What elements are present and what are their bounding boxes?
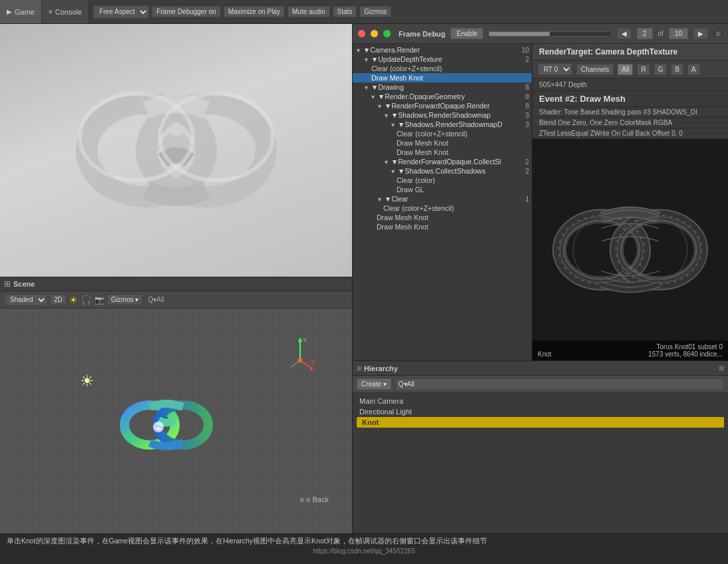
scene-toolbar: Shaded 2D ☀ 🎧 📷 Gizmos ▾ Q▾All	[0, 291, 352, 309]
svg-marker-8	[298, 337, 302, 342]
hierarchy-header: ≡ Hierarchy ⊠	[353, 361, 728, 376]
game-canvas	[0, 24, 352, 277]
scene-panel-header: ⊞ Scene	[0, 277, 352, 291]
knot-label: Knot	[538, 351, 552, 358]
right-panel: Frame Debug Enable ◀ 2 of 10 ▶ ⊠ ▼ ▼Cam	[353, 24, 728, 533]
rt-controls: RT 0 Channels All R G B A	[532, 61, 728, 78]
sun-light-icon: ☀	[80, 372, 94, 390]
channel-b[interactable]: B	[671, 64, 683, 75]
frame-of-label: of	[658, 30, 663, 37]
tree-item-clear3[interactable]: Clear (color+Z+stencil)	[353, 204, 532, 213]
console-icon: ≡	[49, 8, 53, 15]
preview-footer: Torus Knot01 subset 0 Knot 1573 verts, 8…	[532, 341, 728, 360]
tree-item-update-depth[interactable]: ▼ ▼UpdateDepthTexture 2	[353, 55, 532, 64]
frame-total: 10	[669, 28, 688, 39]
window-close-btn[interactable]	[358, 30, 365, 37]
tree-item-camera-render[interactable]: ▼ ▼Camera.Render 10	[353, 45, 532, 55]
mute-btn[interactable]: Mute audio	[287, 6, 329, 17]
shading-select[interactable]: Shaded	[4, 294, 47, 306]
aspect-select[interactable]: Free Aspect	[93, 5, 149, 19]
event-header: Event #2: Draw Mesh	[532, 91, 728, 107]
tree-item-collect[interactable]: ▼ ▼RenderForwardOpaque.CollectSl 2	[353, 157, 532, 166]
vert-count: 1573 verts, 8640 indice...	[648, 351, 723, 358]
tree-item-clear2[interactable]: Clear (color+Z+stencil)	[353, 129, 532, 138]
channel-g[interactable]: G	[654, 64, 667, 75]
tab-game[interactable]: ▶ Game	[0, 0, 42, 23]
game-icon: ▶	[7, 8, 12, 15]
channel-all[interactable]: All	[618, 64, 633, 75]
maximize-btn[interactable]: Maximize on Play	[224, 6, 285, 17]
middle-section: ▼ ▼Camera.Render 10 ▼ ▼UpdateDepthTextur…	[353, 44, 728, 360]
svg-point-6	[153, 422, 164, 432]
status-url[interactable]: https://blog.csdn.net/qq_34562265	[7, 547, 721, 555]
gizmos-scene-btn[interactable]: Gizmos ▾	[107, 294, 143, 305]
tree-item-drawing[interactable]: ▼ ▼Drawing 8	[353, 82, 532, 92]
render-preview-svg	[532, 139, 728, 360]
next-frame-btn[interactable]: ▶	[693, 28, 708, 39]
tree-item-shadows-shadowmapd[interactable]: ▼ ▼Shadows.RenderShadowmapD 3	[353, 120, 532, 129]
shader-info-3: ZTest LessEqual ZWrite On Cull Back Offs…	[532, 128, 728, 139]
tree-item-draw-gl[interactable]: Draw GL	[353, 185, 532, 194]
enable-btn[interactable]: Enable	[451, 28, 483, 39]
collapse-right-btn[interactable]: ⊠	[713, 30, 723, 37]
frame-debug-bar: Frame Debug Enable ◀ 2 of 10 ▶ ⊠	[353, 24, 728, 44]
tree-item-collect-shadows[interactable]: ▼ ▼Shadows.CollectShadows 2	[353, 166, 532, 176]
status-text: 单击Knot的深度图渲染事件，在Game视图会显示该事件的效果，在Hierarc…	[7, 537, 721, 546]
prev-frame-btn[interactable]: ◀	[617, 28, 632, 39]
status-bar: 单击Knot的深度图渲染事件，在Game视图会显示该事件的效果，在Hierarc…	[0, 533, 728, 564]
tree-item-shadows-shadowmap[interactable]: ▼ ▼Shadows.RenderShadowmap 3	[353, 110, 532, 120]
back-icon: ≡	[300, 495, 304, 503]
tree-item-draw-mesh-2[interactable]: Draw Mesh Knot	[353, 148, 532, 157]
frame-tree[interactable]: ▼ ▼Camera.Render 10 ▼ ▼UpdateDepthTextur…	[353, 44, 532, 360]
create-btn[interactable]: Create ▾	[357, 378, 391, 390]
hierarchy-panel: ≡ Hierarchy ⊠ Create ▾ Main Camera Direc…	[353, 360, 728, 533]
tab-game-label: Game	[15, 8, 35, 16]
hierarchy-item-knot[interactable]: Knot	[357, 417, 724, 428]
window-maximize-btn[interactable]	[383, 30, 391, 37]
scene-content[interactable]: ☀	[0, 309, 352, 533]
render-preview: Torus Knot01 subset 0 Knot 1573 verts, 8…	[532, 139, 728, 360]
tree-item-render-opaque[interactable]: ▼ ▼Render.OpaqueGeometry 8	[353, 92, 532, 101]
window-minimize-btn[interactable]	[371, 30, 378, 37]
shader-info-1: Shader: Tone Based Shading pass #3 SHADO…	[532, 107, 728, 118]
frame-number: 2	[637, 28, 653, 39]
hierarchy-search[interactable]	[395, 378, 724, 390]
debugger-btn[interactable]: Frame Debugger on	[152, 6, 221, 17]
svg-marker-11	[309, 366, 313, 370]
scene-knot	[113, 382, 220, 468]
tree-item-clear-section[interactable]: ▼ ▼Clear 1	[353, 194, 532, 204]
sun-icon: ☀	[69, 295, 78, 305]
tree-item-draw-mesh-1[interactable]: Draw Mesh Knot	[353, 138, 532, 148]
stats-btn[interactable]: Stats	[333, 6, 357, 17]
2d-btn[interactable]: 2D	[50, 294, 67, 305]
back-label[interactable]: ≡ ≡ Back	[300, 495, 329, 503]
hierarchy-collapse[interactable]: ⊠	[719, 364, 724, 372]
tree-item-draw-mesh-4[interactable]: Draw Mesh Knot	[353, 222, 532, 231]
tree-item-clear-color[interactable]: Clear (color)	[353, 176, 532, 185]
rt-select[interactable]: RT 0	[538, 63, 572, 75]
scene-search: Q▾All	[148, 296, 164, 303]
hierarchy-item-main-camera[interactable]: Main Camera	[353, 396, 728, 406]
game-view	[0, 24, 352, 277]
channels-btn[interactable]: Channels	[576, 64, 614, 75]
hierarchy-item-directional-light[interactable]: Directional Light	[353, 406, 728, 417]
render-target-header: RenderTarget: Camera DepthTexture	[532, 44, 728, 61]
hierarchy-toolbar: Create ▾	[353, 376, 728, 393]
tab-console-label: Console	[55, 8, 82, 16]
hierarchy-list: Main Camera Directional Light Knot	[353, 393, 728, 533]
hierarchy-icon: ≡	[357, 364, 361, 373]
left-panel: ⊞ Scene Shaded 2D ☀ 🎧 📷 Gizmos ▾ Q▾All	[0, 24, 353, 533]
channel-r[interactable]: R	[637, 64, 649, 75]
tree-item-draw-mesh-selected[interactable]: Draw Mesh Knot	[353, 73, 532, 82]
tab-console[interactable]: ≡ Console	[42, 0, 89, 23]
scene-header-icon: ⊞	[4, 279, 11, 289]
render-target-title: RenderTarget: Camera DepthTexture	[539, 47, 677, 57]
gizmos-btn[interactable]: Gizmos	[359, 6, 391, 17]
tree-item-renderforward[interactable]: ▼ ▼RenderForwardOpaque.Render 8	[353, 101, 532, 110]
tree-item-clear1[interactable]: Clear (color+Z+stencil)	[353, 64, 532, 73]
svg-line-14	[291, 360, 300, 367]
channel-a[interactable]: A	[687, 64, 700, 75]
hierarchy-title: Hierarchy	[364, 364, 398, 372]
detail-panel: RenderTarget: Camera DepthTexture RT 0 C…	[532, 44, 728, 360]
tree-item-draw-mesh-3[interactable]: Draw Mesh Knot	[353, 213, 532, 222]
